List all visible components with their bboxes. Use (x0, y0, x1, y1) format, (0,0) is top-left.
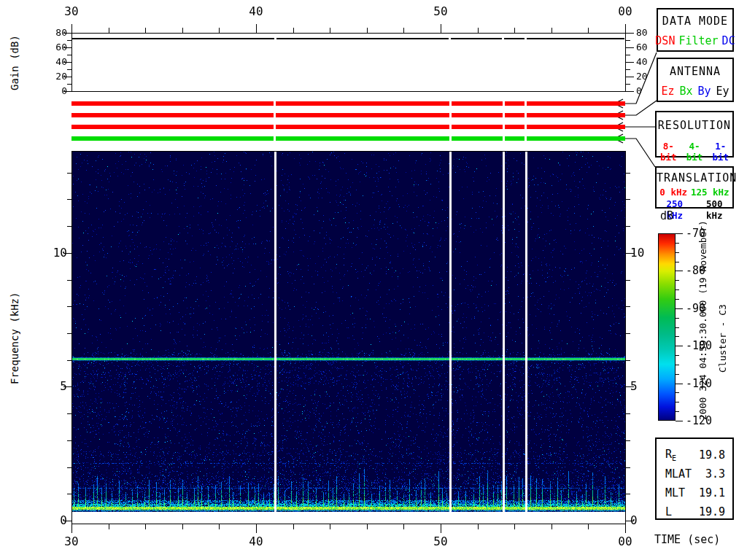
gain-tick (67, 55, 71, 55)
time-tick (478, 524, 479, 529)
status-bar-gap (449, 113, 452, 117)
freq-tick-label: 5 (29, 379, 67, 393)
data-mode-filter: Filter (678, 34, 718, 47)
resolution-1bit: 1-bit (708, 141, 732, 163)
resolution-panel: RESOLUTION 8-bit 4-bit 1-bit (655, 111, 734, 158)
time-tick-label: 30 (57, 4, 86, 18)
time-tick-label: 50 (426, 4, 455, 18)
gain-tick-label: 80 (32, 27, 67, 38)
colorbar-tick (676, 327, 679, 328)
gain-tick-label: 20 (32, 71, 67, 82)
colorbar-tick (676, 355, 679, 356)
ephemeris-value-re: 19.8 (699, 448, 725, 462)
freq-tick (67, 280, 71, 281)
time-tick (71, 24, 72, 33)
gain-trace-gap (502, 38, 504, 39)
translation-panel: TRANSLATION 0 kHz 125 kHz 250 kHz 500 kH… (655, 166, 734, 209)
gain-tick (626, 84, 630, 85)
colorbar-tick (676, 336, 679, 337)
freq-tick (626, 226, 630, 227)
gain-axis-title: Gain (dB) (9, 34, 20, 92)
translation-0khz: 0 kHz (659, 187, 687, 198)
colorbar-tick (676, 384, 683, 384)
time-tick (330, 524, 330, 529)
time-tick (182, 524, 183, 529)
gain-tick (67, 84, 71, 85)
gain-trace-gap (525, 38, 527, 39)
time-tick (182, 28, 183, 33)
ephemeris-label-mlat: MLAT (665, 467, 692, 481)
freq-tick-label: 0 (29, 513, 67, 527)
freq-tick (626, 413, 630, 414)
antenna-ey: Ey (716, 85, 729, 98)
time-tick (109, 28, 109, 33)
time-tick (145, 28, 146, 33)
colorbar-tick-label: -120 (686, 414, 712, 427)
gain-tick (626, 77, 634, 77)
gain-tick-label: 20 (636, 71, 671, 82)
freq-tick (626, 440, 630, 441)
time-tick-label: 40 (241, 534, 271, 548)
status-bar-gap (525, 125, 527, 129)
resolution-8bit: 8-bit (657, 141, 681, 163)
ephemeris-value-l: 19.9 (699, 505, 725, 518)
time-tick (145, 524, 146, 529)
translation-bar (71, 136, 625, 141)
antenna-by: By (698, 85, 711, 98)
time-axis-title: TIME (sec) (654, 533, 720, 546)
status-bar-gap (525, 101, 527, 106)
freq-tick-label: 10 (29, 246, 67, 260)
colorbar-tick (676, 402, 679, 402)
freq-tick (626, 467, 630, 468)
time-tick (478, 28, 479, 33)
colorbar-tick (676, 271, 683, 271)
status-bar-gap (449, 136, 452, 141)
colorbar-tick (676, 289, 679, 290)
status-bar-gap (503, 113, 505, 117)
status-bar-gap (449, 101, 452, 106)
time-tick (293, 28, 294, 33)
freq-tick (67, 333, 71, 334)
gain-tick-label: 40 (636, 56, 671, 67)
colorbar-tick-label: -90 (686, 302, 705, 315)
colorbar-tick (676, 374, 679, 375)
time-tick (441, 524, 441, 533)
ephemeris-row-mlat: MLAT 3.3 (657, 464, 732, 483)
datetime-annotation: 2000 324 04:59:30.000 (19 November) (697, 214, 708, 426)
time-tick (514, 524, 515, 529)
colorbar-tick (676, 365, 679, 365)
ephemeris-row-mlt: MLT 19.1 (657, 483, 732, 502)
freq-tick-label: 5 (630, 379, 668, 393)
freq-tick (67, 226, 71, 227)
status-bar-gap (503, 101, 505, 106)
time-tick (551, 524, 552, 529)
gain-tick-label: 40 (32, 56, 67, 67)
time-tick (625, 24, 626, 33)
spacecraft-annotation: Cluster - C3 (717, 297, 728, 380)
freq-tick (67, 306, 71, 307)
gain-tick-label: 80 (636, 27, 671, 38)
gain-tick (67, 40, 71, 41)
translation-title: TRANSLATION (657, 171, 732, 184)
colorbar-tick-label: -80 (686, 264, 705, 277)
colorbar-tick (676, 252, 679, 253)
time-tick (256, 24, 257, 33)
resolution-4bit: 4-bit (683, 141, 707, 163)
status-bar-gap (525, 113, 527, 117)
colorbar-tick (676, 421, 683, 421)
colorbar-tick (676, 308, 683, 309)
colorbar-tick (676, 346, 683, 346)
antenna-bar (71, 113, 625, 117)
time-tick (403, 28, 404, 33)
wbd-spectrogram-figure: Gain (dB) Frequency (kHz) DATA MODE DSN … (0, 0, 747, 560)
freq-tick (626, 280, 630, 281)
gain-trace-gap (449, 38, 451, 39)
status-bar-gap (274, 101, 276, 106)
time-tick (256, 524, 257, 533)
antenna-bx: Bx (679, 85, 692, 98)
gain-trace-gap (274, 38, 276, 39)
gain-tick-label: 60 (32, 42, 67, 52)
freq-tick (67, 467, 71, 468)
data-mode-dc: DC (722, 34, 735, 47)
gain-tick (626, 33, 634, 34)
